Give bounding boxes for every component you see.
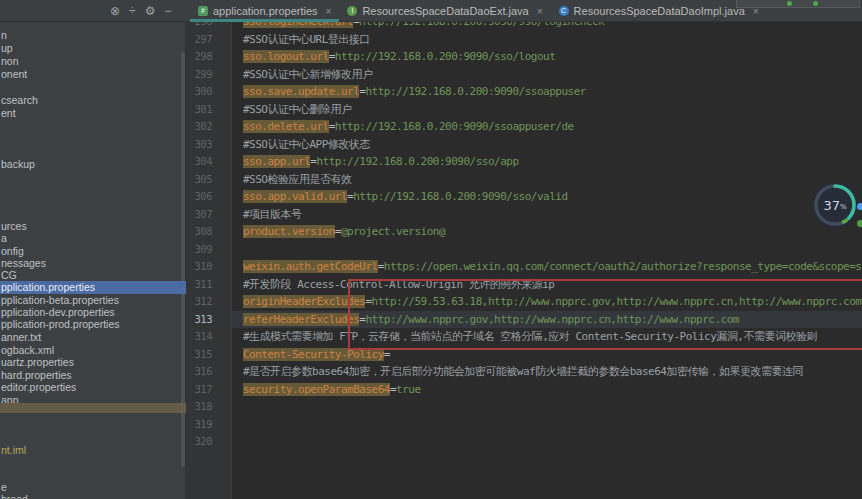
line-text: weixin.auth.getCodeUrl=https://open.weix… [232,258,862,276]
code-line[interactable]: 312 originHeaderExcludes=http://59.53.63… [186,293,862,311]
tree-item[interactable]: hard.properties [0,369,186,381]
line-text: referHeaderExcludes=http://www.npprc.gov… [232,311,862,329]
tree-item[interactable]: ent [0,107,186,119]
code-line[interactable]: 306 sso.app.valid.url=http://192.168.0.2… [186,188,862,206]
code-line[interactable]: 300 sso.save.update.url=http://192.168.0… [186,83,862,101]
code-segment-key: sso.delete.url [243,120,329,133]
code-segment-key: sso.app.url [243,155,310,168]
tree-item[interactable]: nessages [0,257,186,269]
editor-tab[interactable]: # application.properties × [190,0,339,22]
tree-item[interactable]: csearch [0,94,186,106]
code-segment-val: http://www.npprc.gov,http://www.npprc.cn… [365,313,738,326]
tree-item[interactable]: uartz.properties [0,356,186,368]
line-number: 317 [186,381,232,399]
code-segment-key: product.version [243,225,335,238]
code-line[interactable]: 305 #SSO检验应用是否有效 [186,171,862,189]
code-segment-val: http://192.168.0.200:9090/sso/logout [335,50,555,63]
code-segment-key: referHeaderExcludes [243,313,359,326]
close-tab-icon[interactable]: × [326,6,332,17]
code-line[interactable]: 309 [186,241,862,259]
hide-panel-icon[interactable]: − [164,0,171,22]
code-line[interactable]: 310 weixin.auth.getCodeUrl=https://open.… [186,258,862,276]
line-number: 299 [186,66,232,84]
line-text: sso.app.url=http://192.168.0.200:9090/ss… [232,153,862,171]
code-line[interactable]: 320 [186,433,862,451]
code-line[interactable]: 298 sso.logout.url=http://192.168.0.200:… [186,48,862,66]
code-line[interactable]: 311 #开发阶段 Access-Control-Allow-Origin 允许… [186,276,862,294]
code-line[interactable]: 313 referHeaderExcludes=http://www.npprc… [186,311,862,329]
tree-item[interactable]: onfig [0,245,186,257]
line-text: sso.save.update.url=http://192.168.0.200… [232,83,862,101]
line-text [232,241,862,259]
tree-item[interactable]: editor.properties [0,381,186,393]
code-segment-comment: #生成模式需要增加 FTP，云存储，当前站点的子域名 空格分隔,应对 Conte… [243,330,817,343]
code-line[interactable]: 301 #SSO认证中心删除用户 [186,101,862,119]
code-area[interactable]: 296 sso.logincheck.url=http://192.168.0.… [186,13,862,499]
code-segment-key: sso.save.update.url [243,85,359,98]
tree-item[interactable]: pplication.properties [0,281,186,294]
code-segment-val: http://192.168.0.200:9090/ssoappuser [365,85,585,98]
tree-item[interactable]: a [0,232,186,244]
line-number: 297 [186,31,232,49]
tree-item[interactable]: nt.iml [0,444,186,456]
line-text: sso.delete.url=http://192.168.0.200:9090… [232,118,862,136]
code-line[interactable]: 308 product.version=@project.version@ [186,223,862,241]
tree-item[interactable]: non [0,55,186,67]
code-line[interactable]: 307 #项目版本号 [186,206,862,224]
line-number: 313 [186,311,232,329]
tree-item[interactable]: pplication-prod.properties [0,318,186,330]
code-line[interactable]: 297 #SSO认证中心URL登出接口 [186,31,862,49]
tree-item[interactable]: e [0,481,186,493]
code-line[interactable]: 317 security.openParamBase64=true [186,381,862,399]
tree-item[interactable]: backup [0,158,186,170]
code-line[interactable]: 299 #SSO认证中心新增修改用户 [186,66,862,84]
divider-icon[interactable]: ÷ [129,0,136,22]
code-segment-val: https://open.weixin.qq.com/connect/oauth… [384,260,862,273]
tree-item[interactable]: anner.txt [0,331,186,343]
code-line[interactable]: 316 #是否开启参数base64加密，开启后部分功能会加密可能被waf防火墙拦… [186,363,862,381]
code-line[interactable]: 315 Content-Security-Policy= [186,346,862,364]
tree-item[interactable]: hread [0,493,186,499]
tree-item[interactable]: urces [0,220,186,232]
code-line[interactable]: 314 #生成模式需要增加 FTP，云存储，当前站点的子域名 空格分隔,应对 C… [186,328,862,346]
code-segment-comment: #SSO认证中心删除用户 [243,103,352,116]
line-text: #SSO认证中心URL登出接口 [232,31,862,49]
code-line[interactable]: 303 #SSO认证中心APP修改状态 [186,136,862,154]
line-number: 298 [186,48,232,66]
line-number: 311 [186,276,232,294]
interface-icon: I [347,6,357,16]
tree-item[interactable] [0,403,186,413]
close-tab-icon[interactable]: × [537,6,543,17]
code-line[interactable]: 318 [186,398,862,416]
tree-item[interactable]: onent [0,68,186,80]
tab-label: ResourcesSpaceDataDaoExt.java [362,5,528,17]
line-text: #SSO认证中心新增修改用户 [232,66,862,84]
editor-tab[interactable]: C ResourcesSpaceDataDaoImpl.java × [551,0,767,22]
code-segment-val: http://192.168.0.200:9090/ssoappuser/de [335,120,574,133]
cutoff-toolbar [736,0,860,8]
editor-tab[interactable]: I ResourcesSpaceDataDaoExt.java × [339,0,550,22]
top-bar: ⊗÷⚙− # application.properties × I Resour… [0,0,862,22]
tree-item[interactable]: pplication-beta.properties [0,294,186,306]
project-tree-panel[interactable]: n up non onent csearch ent backup urces … [0,22,186,499]
line-number: 306 [186,188,232,206]
code-segment-comment: #SSO认证中心新增修改用户 [243,68,373,81]
line-number: 308 [186,223,232,241]
code-line[interactable]: 319 [186,416,862,434]
tree-item[interactable]: CG [0,269,186,281]
editor-tab-bar: # application.properties × I ResourcesSp… [190,0,767,22]
progress-unit: % [840,203,847,211]
code-line[interactable]: 302 sso.delete.url=http://192.168.0.200:… [186,118,862,136]
tree-item[interactable]: ogback.xml [0,344,186,356]
settings-gear-icon[interactable]: ⚙ [145,0,156,22]
collapse-all-icon[interactable]: ⊗ [110,0,120,22]
line-text [232,433,862,451]
code-segment-key: security.openParamBase64 [243,383,390,396]
tree-item[interactable]: pplication-dev.properties [0,306,186,318]
tree-item[interactable]: up [0,42,186,54]
tree-item[interactable]: n [0,29,186,41]
code-line[interactable]: 304 sso.app.url=http://192.168.0.200:909… [186,153,862,171]
tab-label: ResourcesSpaceDataDaoImpl.java [574,5,745,17]
class-icon: C [559,6,569,16]
code-segment-key: Content-Security-Policy [243,348,384,361]
